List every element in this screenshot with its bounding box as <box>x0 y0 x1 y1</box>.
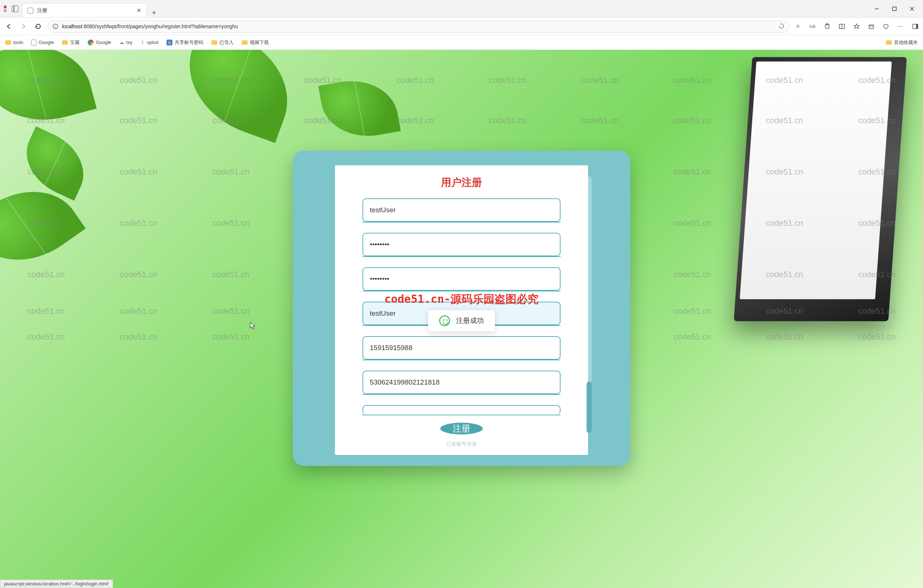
minimize-button[interactable] <box>869 3 885 15</box>
smile-icon <box>439 315 450 326</box>
register-title: 用户注册 <box>441 175 482 190</box>
split-screen-button[interactable] <box>838 22 846 30</box>
watermark-text: code51.cn <box>397 116 434 125</box>
watermark-text: code51.cn <box>673 75 711 85</box>
other-bookmarks[interactable]: 其他收藏夹 <box>886 39 918 46</box>
folder-icon <box>211 40 217 45</box>
google-icon <box>88 39 94 46</box>
leaf-decoration <box>319 73 401 144</box>
more-button[interactable]: ⋯ <box>897 22 905 30</box>
idcard-input[interactable] <box>363 371 560 394</box>
browser-essentials-button[interactable] <box>882 22 890 30</box>
url-box[interactable]: i localhost:8080/xyshfwpt/front/pages/yo… <box>48 20 790 33</box>
phone-input[interactable] <box>363 336 560 360</box>
dot-icon <box>4 5 7 8</box>
translate-button[interactable]: aあ <box>808 22 816 30</box>
favicon-icon <box>28 8 33 13</box>
bookmark-item[interactable]: 🔒共享账号密码 <box>167 39 203 46</box>
folder-icon <box>5 40 11 45</box>
register-panel: 用户注册 注册 已有账号登录 code51.cn-源码乐园盗图必究 注册成功 <box>293 151 630 466</box>
upload-icon: ⇪ <box>141 39 145 45</box>
watermark-text: code51.cn <box>28 270 65 279</box>
register-button[interactable]: 注册 <box>440 423 483 434</box>
toast-message: 注册成功 <box>456 316 484 326</box>
login-link[interactable]: 已有账号登录 <box>446 441 477 447</box>
bookmark-item[interactable]: 宝藏 <box>62 39 80 46</box>
close-window-button[interactable] <box>904 3 920 15</box>
cloud-icon: ☁ <box>119 39 124 45</box>
watermark-text: code51.cn <box>212 167 250 177</box>
sidebar-toggle-button[interactable] <box>911 22 919 30</box>
watermark-text: code51.cn <box>489 116 526 125</box>
svg-rect-13 <box>916 24 918 29</box>
forward-button[interactable] <box>18 21 29 31</box>
watermark-text: code51.cn <box>673 332 711 342</box>
address-bar: i localhost:8080/xyshfwpt/front/pages/yo… <box>0 18 923 35</box>
status-bar: javascript:window.location.href='../logi… <box>0 580 113 588</box>
window-controls <box>866 3 923 15</box>
bookmark-item[interactable]: Google <box>31 39 54 46</box>
bookmark-item[interactable]: tools <box>5 39 23 45</box>
retry-icon[interactable] <box>778 23 785 30</box>
watermark-text: code51.cn <box>120 332 158 342</box>
watermark-text: code51.cn <box>766 332 803 342</box>
watermark-text: code51.cn <box>120 167 158 177</box>
back-button[interactable] <box>4 21 14 31</box>
dot-icon <box>4 9 7 12</box>
watermark-text: code51.cn <box>212 218 250 228</box>
bookmark-item[interactable]: Google <box>88 39 111 46</box>
refresh-button[interactable] <box>33 21 43 31</box>
username-input[interactable] <box>363 198 560 222</box>
favorites-button[interactable] <box>852 22 861 30</box>
watermark-text: code51.cn <box>581 116 619 125</box>
scrollbar-thumb[interactable] <box>586 382 592 433</box>
leaf-decoration <box>172 50 305 143</box>
new-tab-button[interactable]: + <box>147 9 161 17</box>
maximize-button[interactable] <box>886 3 902 15</box>
svg-rect-7 <box>826 23 828 25</box>
page-icon <box>31 39 36 46</box>
password-input[interactable] <box>363 233 560 256</box>
svg-rect-1 <box>893 7 896 11</box>
bookmark-item[interactable]: 视频下载 <box>242 39 269 46</box>
watermark-text: code51.cn <box>489 75 526 85</box>
browser-tab[interactable]: 注册 ✕ <box>22 3 147 17</box>
folder-icon <box>62 40 68 45</box>
tab-close-button[interactable]: ✕ <box>136 7 141 14</box>
reader-mode-button[interactable]: A <box>794 22 802 30</box>
watermark-text: code51.cn <box>28 332 65 342</box>
url-text: localhost:8080/xyshfwpt/front/pages/yong… <box>62 23 774 29</box>
watermark-text: code51.cn <box>673 167 711 177</box>
bookmark-item[interactable]: 已导入 <box>211 39 234 46</box>
watermark-text: code51.cn <box>120 75 158 85</box>
watermark-text: code51.cn <box>120 218 158 228</box>
watermark-text: code51.cn <box>397 75 434 85</box>
watermark-center-text: code51.cn-源码乐园盗图必究 <box>384 292 539 307</box>
profile-group <box>0 5 22 12</box>
site-info-icon[interactable]: i <box>53 23 58 29</box>
leaf-decoration <box>0 50 97 135</box>
bookmark-item[interactable]: ☁txy <box>119 39 133 45</box>
tabbar: 注册 ✕ + <box>22 0 866 17</box>
watermark-text: code51.cn <box>581 75 619 85</box>
workspaces-icon[interactable] <box>12 5 18 12</box>
watermark-text: code51.cn <box>120 270 158 279</box>
watermark-text: code51.cn <box>673 218 711 228</box>
picture-frame-decoration <box>734 57 907 321</box>
collections-button[interactable] <box>867 22 875 30</box>
watermark-text: code51.cn <box>673 306 711 316</box>
cursor-icon <box>250 321 257 330</box>
extra-input[interactable] <box>363 405 560 414</box>
page-viewport: code51.cncode51.cncode51.cncode51.cncode… <box>0 50 923 588</box>
folder-icon <box>886 40 892 45</box>
watermark-text: code51.cn <box>212 270 250 279</box>
watermark-text: code51.cn <box>212 306 250 316</box>
bookmark-item[interactable]: ⇪uplod <box>141 39 158 45</box>
watermark-text: code51.cn <box>212 332 250 342</box>
confirm-password-input[interactable] <box>363 267 560 291</box>
leaf-decoration <box>14 126 96 201</box>
browser-titlebar: 注册 ✕ + <box>0 0 923 18</box>
tab-title: 注册 <box>37 7 133 14</box>
extensions-button[interactable] <box>823 22 831 30</box>
success-toast: 注册成功 <box>428 310 495 331</box>
